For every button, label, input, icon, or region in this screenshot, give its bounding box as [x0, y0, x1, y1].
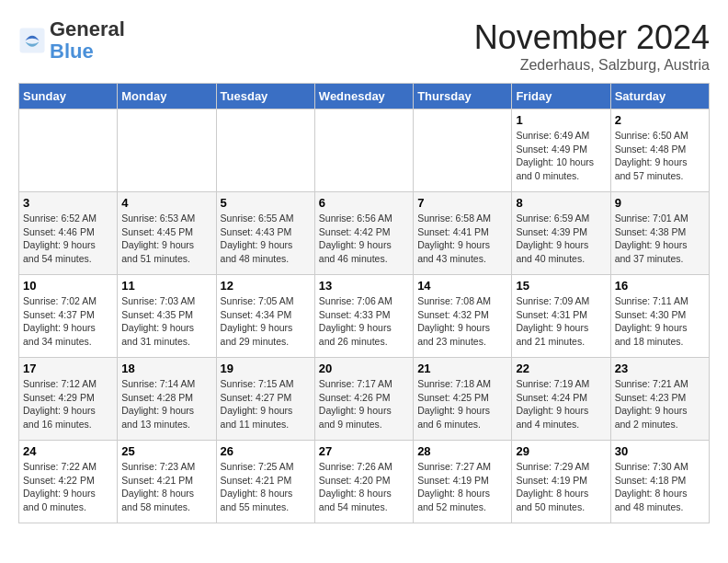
calendar-cell: 10Sunrise: 7:02 AM Sunset: 4:37 PM Dayli…: [19, 275, 118, 358]
day-number: 1: [516, 113, 606, 127]
calendar-cell: 5Sunrise: 6:55 AM Sunset: 4:43 PM Daylig…: [216, 192, 314, 275]
day-info: Sunrise: 6:52 AM Sunset: 4:46 PM Dayligh…: [23, 212, 113, 266]
day-info: Sunrise: 7:09 AM Sunset: 4:31 PM Dayligh…: [516, 294, 606, 349]
col-header-wednesday: Wednesday: [314, 84, 413, 109]
day-info: Sunrise: 7:21 AM Sunset: 4:23 PM Dayligh…: [615, 377, 705, 431]
day-number: 14: [417, 279, 507, 293]
logo-icon: [18, 27, 46, 54]
day-info: Sunrise: 7:15 AM Sunset: 4:27 PM Dayligh…: [221, 377, 311, 431]
calendar-header-row: SundayMondayTuesdayWednesdayThursdayFrid…: [19, 84, 710, 109]
logo-blue: Blue: [50, 40, 94, 63]
day-info: Sunrise: 6:55 AM Sunset: 4:43 PM Dayligh…: [221, 212, 311, 266]
calendar-cell: 19Sunrise: 7:15 AM Sunset: 4:27 PM Dayli…: [216, 358, 314, 441]
calendar-cell: [19, 109, 118, 192]
day-info: Sunrise: 6:49 AM Sunset: 4:49 PM Dayligh…: [516, 129, 606, 183]
calendar-cell: [414, 109, 512, 192]
calendar-week-row: 24Sunrise: 7:22 AM Sunset: 4:22 PM Dayli…: [19, 441, 710, 523]
col-header-thursday: Thursday: [414, 84, 512, 109]
day-info: Sunrise: 6:59 AM Sunset: 4:39 PM Dayligh…: [516, 212, 606, 266]
day-number: 12: [221, 279, 311, 293]
calendar-cell: [118, 109, 216, 192]
calendar-cell: 12Sunrise: 7:05 AM Sunset: 4:34 PM Dayli…: [216, 275, 314, 358]
day-number: 3: [23, 196, 113, 210]
col-header-saturday: Saturday: [610, 84, 709, 109]
day-number: 11: [121, 279, 211, 293]
day-number: 27: [319, 444, 409, 458]
header-area: GeneralBlue November 2024 Zederhaus, Sal…: [18, 18, 710, 74]
day-number: 16: [615, 279, 705, 293]
day-number: 9: [615, 196, 705, 210]
day-number: 18: [121, 362, 211, 375]
title-area: November 2024 Zederhaus, Salzburg, Austr…: [474, 18, 710, 74]
day-number: 6: [319, 196, 409, 210]
day-number: 5: [221, 196, 311, 210]
calendar-cell: 8Sunrise: 6:59 AM Sunset: 4:39 PM Daylig…: [512, 192, 610, 275]
day-number: 13: [319, 279, 409, 293]
col-header-friday: Friday: [512, 84, 610, 109]
calendar-cell: [314, 109, 413, 192]
day-number: 24: [23, 444, 113, 458]
calendar-cell: 18Sunrise: 7:14 AM Sunset: 4:28 PM Dayli…: [118, 358, 216, 441]
calendar-table: SundayMondayTuesdayWednesdayThursdayFrid…: [18, 83, 710, 523]
calendar-week-row: 3Sunrise: 6:52 AM Sunset: 4:46 PM Daylig…: [19, 192, 710, 275]
day-info: Sunrise: 7:27 AM Sunset: 4:19 PM Dayligh…: [417, 460, 507, 514]
calendar-cell: 20Sunrise: 7:17 AM Sunset: 4:26 PM Dayli…: [314, 358, 413, 441]
calendar-cell: [216, 109, 314, 192]
day-info: Sunrise: 6:50 AM Sunset: 4:48 PM Dayligh…: [615, 129, 705, 183]
logo: GeneralBlue: [18, 18, 125, 63]
day-info: Sunrise: 7:14 AM Sunset: 4:28 PM Dayligh…: [121, 377, 211, 431]
svg-rect-0: [20, 29, 45, 53]
day-info: Sunrise: 7:03 AM Sunset: 4:35 PM Dayligh…: [121, 294, 211, 349]
day-number: 10: [23, 279, 113, 293]
day-number: 2: [615, 113, 705, 127]
day-number: 15: [516, 279, 606, 293]
calendar-cell: 26Sunrise: 7:25 AM Sunset: 4:21 PM Dayli…: [216, 441, 314, 523]
calendar-cell: 27Sunrise: 7:26 AM Sunset: 4:20 PM Dayli…: [314, 441, 413, 523]
col-header-tuesday: Tuesday: [216, 84, 314, 109]
calendar-cell: 29Sunrise: 7:29 AM Sunset: 4:19 PM Dayli…: [512, 441, 610, 523]
day-number: 19: [221, 362, 311, 375]
day-info: Sunrise: 7:02 AM Sunset: 4:37 PM Dayligh…: [23, 294, 113, 349]
day-number: 22: [516, 362, 606, 375]
day-number: 8: [516, 196, 606, 210]
day-info: Sunrise: 7:11 AM Sunset: 4:30 PM Dayligh…: [615, 294, 705, 349]
day-number: 4: [121, 196, 211, 210]
calendar-cell: 16Sunrise: 7:11 AM Sunset: 4:30 PM Dayli…: [610, 275, 709, 358]
day-number: 26: [221, 444, 311, 458]
day-number: 17: [23, 362, 113, 375]
calendar-cell: 17Sunrise: 7:12 AM Sunset: 4:29 PM Dayli…: [19, 358, 118, 441]
calendar-cell: 23Sunrise: 7:21 AM Sunset: 4:23 PM Dayli…: [610, 358, 709, 441]
col-header-monday: Monday: [118, 84, 216, 109]
location-subtitle: Zederhaus, Salzburg, Austria: [474, 57, 710, 74]
col-header-sunday: Sunday: [19, 84, 118, 109]
calendar-cell: 4Sunrise: 6:53 AM Sunset: 4:45 PM Daylig…: [118, 192, 216, 275]
day-number: 30: [615, 444, 705, 458]
day-info: Sunrise: 7:19 AM Sunset: 4:24 PM Dayligh…: [516, 377, 606, 431]
calendar-cell: 30Sunrise: 7:30 AM Sunset: 4:18 PM Dayli…: [610, 441, 709, 523]
day-info: Sunrise: 7:08 AM Sunset: 4:32 PM Dayligh…: [417, 294, 507, 349]
day-info: Sunrise: 7:05 AM Sunset: 4:34 PM Dayligh…: [221, 294, 311, 349]
month-title: November 2024: [474, 18, 710, 57]
calendar-cell: 1Sunrise: 6:49 AM Sunset: 4:49 PM Daylig…: [512, 109, 610, 192]
calendar-week-row: 17Sunrise: 7:12 AM Sunset: 4:29 PM Dayli…: [19, 358, 710, 441]
day-info: Sunrise: 7:18 AM Sunset: 4:25 PM Dayligh…: [417, 377, 507, 431]
calendar-cell: 13Sunrise: 7:06 AM Sunset: 4:33 PM Dayli…: [314, 275, 413, 358]
day-info: Sunrise: 7:30 AM Sunset: 4:18 PM Dayligh…: [615, 460, 705, 514]
calendar-cell: 24Sunrise: 7:22 AM Sunset: 4:22 PM Dayli…: [19, 441, 118, 523]
calendar-cell: 14Sunrise: 7:08 AM Sunset: 4:32 PM Dayli…: [414, 275, 512, 358]
day-info: Sunrise: 7:22 AM Sunset: 4:22 PM Dayligh…: [23, 460, 113, 514]
day-info: Sunrise: 7:25 AM Sunset: 4:21 PM Dayligh…: [221, 460, 311, 514]
day-number: 21: [417, 362, 507, 375]
calendar-cell: 11Sunrise: 7:03 AM Sunset: 4:35 PM Dayli…: [118, 275, 216, 358]
day-info: Sunrise: 7:01 AM Sunset: 4:38 PM Dayligh…: [615, 212, 705, 266]
day-info: Sunrise: 6:53 AM Sunset: 4:45 PM Dayligh…: [121, 212, 211, 266]
day-info: Sunrise: 7:17 AM Sunset: 4:26 PM Dayligh…: [319, 377, 409, 431]
calendar-cell: 7Sunrise: 6:58 AM Sunset: 4:41 PM Daylig…: [414, 192, 512, 275]
logo-text: GeneralBlue: [50, 18, 125, 63]
day-number: 29: [516, 444, 606, 458]
day-info: Sunrise: 7:29 AM Sunset: 4:19 PM Dayligh…: [516, 460, 606, 514]
calendar-cell: 28Sunrise: 7:27 AM Sunset: 4:19 PM Dayli…: [414, 441, 512, 523]
calendar-cell: 9Sunrise: 7:01 AM Sunset: 4:38 PM Daylig…: [610, 192, 709, 275]
calendar-cell: 25Sunrise: 7:23 AM Sunset: 4:21 PM Dayli…: [118, 441, 216, 523]
day-info: Sunrise: 6:56 AM Sunset: 4:42 PM Dayligh…: [319, 212, 409, 266]
